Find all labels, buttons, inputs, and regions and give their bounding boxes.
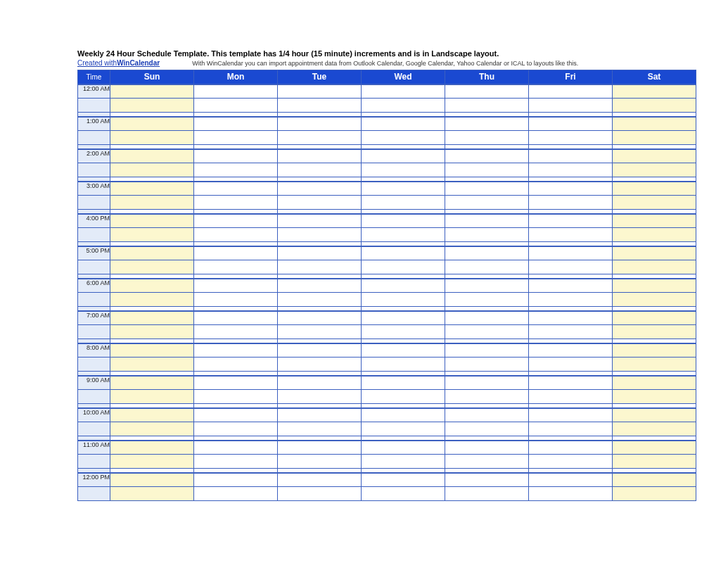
schedule-cell[interactable]: [529, 163, 613, 177]
schedule-cell[interactable]: [278, 455, 362, 469]
schedule-cell[interactable]: [194, 196, 278, 210]
schedule-cell[interactable]: [362, 117, 445, 131]
schedule-cell[interactable]: [278, 408, 362, 422]
schedule-cell[interactable]: [362, 99, 445, 113]
schedule-cell[interactable]: [529, 131, 613, 145]
schedule-cell[interactable]: [278, 311, 362, 325]
schedule-cell[interactable]: [362, 182, 445, 196]
schedule-cell[interactable]: [613, 99, 696, 113]
schedule-cell[interactable]: [110, 358, 194, 372]
schedule-cell[interactable]: [110, 196, 194, 210]
schedule-cell[interactable]: [194, 455, 278, 469]
schedule-cell[interactable]: [194, 441, 278, 455]
schedule-cell[interactable]: [110, 487, 194, 501]
schedule-cell[interactable]: [445, 343, 529, 358]
schedule-cell[interactable]: [529, 441, 613, 455]
schedule-cell[interactable]: [529, 99, 613, 113]
schedule-cell[interactable]: [445, 358, 529, 372]
schedule-cell[interactable]: [445, 131, 529, 145]
schedule-cell[interactable]: [194, 260, 278, 274]
schedule-cell[interactable]: [278, 422, 362, 436]
schedule-cell[interactable]: [445, 422, 529, 436]
schedule-cell[interactable]: [194, 422, 278, 436]
schedule-cell[interactable]: [529, 376, 613, 390]
schedule-cell[interactable]: [613, 376, 696, 390]
schedule-cell[interactable]: [110, 376, 194, 390]
schedule-cell[interactable]: [110, 455, 194, 469]
schedule-cell[interactable]: [529, 117, 613, 131]
schedule-cell[interactable]: [110, 293, 194, 307]
schedule-cell[interactable]: [194, 487, 278, 501]
schedule-cell[interactable]: [194, 228, 278, 242]
schedule-cell[interactable]: [362, 214, 445, 228]
schedule-cell[interactable]: [445, 390, 529, 404]
schedule-cell[interactable]: [529, 279, 613, 293]
schedule-cell[interactable]: [362, 455, 445, 469]
schedule-cell[interactable]: [613, 260, 696, 274]
schedule-cell[interactable]: [110, 260, 194, 274]
schedule-cell[interactable]: [194, 473, 278, 487]
schedule-cell[interactable]: [362, 343, 445, 358]
schedule-cell[interactable]: [445, 325, 529, 339]
schedule-cell[interactable]: [529, 311, 613, 325]
schedule-cell[interactable]: [194, 293, 278, 307]
schedule-cell[interactable]: [529, 228, 613, 242]
schedule-cell[interactable]: [445, 487, 529, 501]
schedule-cell[interactable]: [362, 311, 445, 325]
schedule-cell[interactable]: [445, 293, 529, 307]
schedule-cell[interactable]: [613, 487, 696, 501]
schedule-cell[interactable]: [362, 358, 445, 372]
schedule-cell[interactable]: [445, 84, 529, 99]
schedule-cell[interactable]: [278, 99, 362, 113]
schedule-cell[interactable]: [362, 84, 445, 99]
schedule-cell[interactable]: [445, 214, 529, 228]
schedule-cell[interactable]: [445, 260, 529, 274]
schedule-cell[interactable]: [278, 228, 362, 242]
schedule-cell[interactable]: [613, 441, 696, 455]
schedule-cell[interactable]: [194, 343, 278, 358]
schedule-cell[interactable]: [445, 441, 529, 455]
schedule-cell[interactable]: [194, 376, 278, 390]
schedule-cell[interactable]: [613, 131, 696, 145]
schedule-cell[interactable]: [278, 84, 362, 99]
schedule-cell[interactable]: [278, 117, 362, 131]
schedule-cell[interactable]: [110, 279, 194, 293]
schedule-cell[interactable]: [613, 196, 696, 210]
schedule-cell[interactable]: [362, 279, 445, 293]
schedule-cell[interactable]: [529, 343, 613, 358]
schedule-cell[interactable]: [110, 325, 194, 339]
schedule-cell[interactable]: [362, 228, 445, 242]
schedule-cell[interactable]: [613, 182, 696, 196]
schedule-cell[interactable]: [529, 422, 613, 436]
schedule-cell[interactable]: [445, 279, 529, 293]
schedule-cell[interactable]: [362, 293, 445, 307]
schedule-cell[interactable]: [110, 246, 194, 260]
schedule-cell[interactable]: [613, 84, 696, 99]
schedule-cell[interactable]: [194, 325, 278, 339]
schedule-cell[interactable]: [445, 455, 529, 469]
schedule-cell[interactable]: [110, 163, 194, 177]
schedule-cell[interactable]: [278, 441, 362, 455]
schedule-cell[interactable]: [194, 311, 278, 325]
schedule-cell[interactable]: [529, 408, 613, 422]
schedule-cell[interactable]: [362, 441, 445, 455]
schedule-cell[interactable]: [194, 149, 278, 163]
schedule-cell[interactable]: [110, 99, 194, 113]
schedule-cell[interactable]: [613, 422, 696, 436]
schedule-cell[interactable]: [529, 473, 613, 487]
schedule-cell[interactable]: [362, 260, 445, 274]
schedule-cell[interactable]: [194, 163, 278, 177]
schedule-cell[interactable]: [194, 99, 278, 113]
schedule-cell[interactable]: [613, 246, 696, 260]
schedule-cell[interactable]: [194, 246, 278, 260]
schedule-cell[interactable]: [110, 131, 194, 145]
schedule-cell[interactable]: [613, 214, 696, 228]
schedule-cell[interactable]: [362, 325, 445, 339]
schedule-cell[interactable]: [362, 163, 445, 177]
schedule-cell[interactable]: [529, 214, 613, 228]
schedule-cell[interactable]: [278, 196, 362, 210]
schedule-cell[interactable]: [278, 325, 362, 339]
schedule-cell[interactable]: [110, 228, 194, 242]
schedule-cell[interactable]: [613, 279, 696, 293]
schedule-cell[interactable]: [362, 408, 445, 422]
